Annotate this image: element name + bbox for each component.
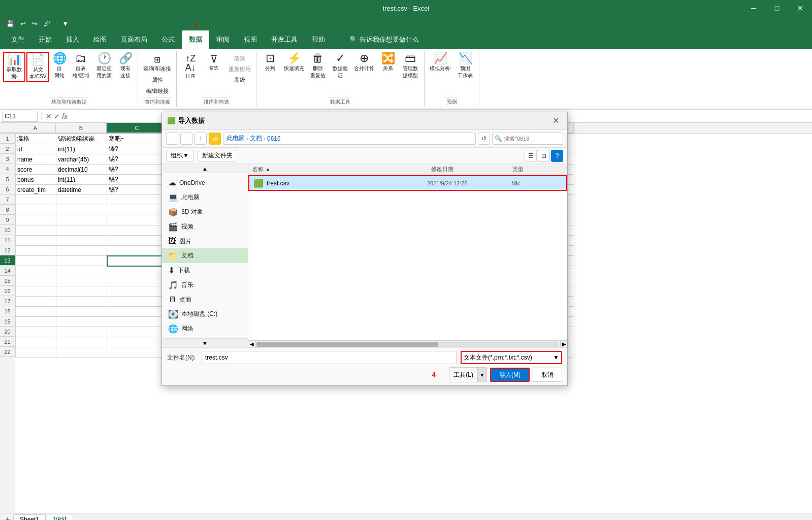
filename-input[interactable] (202, 351, 457, 364)
undo-qat-button[interactable]: ↩ (18, 19, 28, 28)
cell-B1[interactable]: 锡铑版崤续诶 (56, 134, 107, 144)
sidebar-item-music[interactable]: 🎵 音乐 (162, 278, 248, 292)
row-header-22[interactable]: 22 (0, 347, 15, 357)
col-header-A[interactable]: A (15, 123, 56, 133)
qat-dropdown-button[interactable]: ▼ (60, 19, 71, 28)
view-list-button[interactable]: ☰ (525, 150, 537, 162)
properties-button[interactable]: 属性 (141, 75, 173, 85)
data-validation-button[interactable]: ✓ 数据验证 (330, 52, 351, 80)
relationships-button[interactable]: 🔀 关系 (377, 52, 399, 73)
path-part-docs[interactable]: 文档 (250, 134, 262, 143)
sheet-tab-sheet1[interactable]: Sheet1 (13, 514, 46, 520)
cell-B6[interactable]: datetime (56, 185, 107, 195)
nav-up-button[interactable]: ↑ (194, 133, 207, 145)
cell-A2[interactable]: id (16, 144, 56, 154)
insert-function-button[interactable]: fx (62, 112, 68, 120)
cell-A5[interactable]: bonus (16, 175, 56, 185)
forecast-sheet-button[interactable]: 📉 预测工作表 (454, 52, 476, 80)
cell-C13[interactable] (107, 256, 168, 266)
row-header-6[interactable]: 6 (0, 184, 15, 194)
cell-A4[interactable]: score (16, 165, 56, 175)
sort-az-button[interactable]: ↑ZA↓ 排序 (180, 53, 201, 81)
add-sheet-button[interactable]: + (2, 514, 13, 521)
recent-sources-button[interactable]: 🕐 最近使用的源 (93, 52, 115, 80)
filetype-dropdown[interactable]: 文本文件(*.prn;*.txt;*.csv) ▼ (461, 351, 562, 364)
row-header-14[interactable]: 14 (0, 266, 15, 276)
row-header-21[interactable]: 21 (0, 337, 15, 347)
tools-button-group[interactable]: 工具(L) ▼ (449, 367, 487, 382)
cell-A11[interactable] (16, 236, 56, 246)
advanced-button[interactable]: 高级 (226, 75, 253, 85)
sidebar-item-3d[interactable]: 📦 3D 对象 (162, 205, 248, 219)
text-to-columns-button[interactable]: ⊡ 分列 (259, 52, 281, 73)
flash-fill-button[interactable]: ⚡ 快速填充 (282, 52, 306, 73)
cancel-button[interactable]: 取消 (533, 368, 562, 382)
organize-button[interactable]: 组织▼ (166, 150, 193, 161)
clear-button[interactable]: 清除 (226, 54, 253, 63)
tab-draw[interactable]: 绘图 (86, 30, 114, 49)
tab-data[interactable]: 数据 1 (182, 30, 209, 49)
cell-C3[interactable]: 锡? (107, 154, 168, 165)
sidebar-item-downloads[interactable]: ⬇ 下载 (162, 263, 248, 278)
row-header-11[interactable]: 11 (0, 235, 15, 245)
cell-C5[interactable]: 锡? (107, 175, 168, 185)
col-header-C[interactable]: C (107, 123, 168, 133)
maximize-button[interactable]: □ (765, 0, 789, 16)
row-header-18[interactable]: 18 (0, 306, 15, 316)
sidebar-scroll-down[interactable]: ▼ (162, 338, 248, 347)
sheet-tab-trest[interactable]: trest (47, 514, 73, 520)
sidebar-scroll-up[interactable]: ▲ (162, 164, 248, 173)
tab-formulas[interactable]: 公式 (154, 30, 182, 49)
row-header-8[interactable]: 8 (0, 205, 15, 215)
manage-data-model-button[interactable]: 🗃 管理数据模型 (400, 52, 421, 80)
cell-B3[interactable]: varchar(45) (56, 154, 107, 165)
col-header-date[interactable]: 修改日期 (431, 166, 512, 173)
save-qat-button[interactable]: 💾 (4, 19, 16, 28)
cell-A8[interactable] (16, 205, 56, 215)
existing-connections-button[interactable]: 🔗 现有连接 (116, 52, 135, 80)
col-header-type[interactable]: 类型 (512, 166, 563, 173)
close-button[interactable]: ✕ (789, 0, 812, 16)
cell-A9[interactable] (16, 215, 56, 225)
what-if-button[interactable]: 📈 模拟分析· (428, 52, 453, 73)
path-part-0616[interactable]: 0616 (267, 135, 281, 142)
draw-qat-button[interactable]: 🖊 (42, 19, 52, 28)
dialog-hscrollbar[interactable]: ◀ ▶ (248, 340, 567, 347)
row-header-2[interactable]: 2 (0, 144, 15, 154)
view-details-button[interactable]: ⊡ (538, 150, 550, 162)
row-header-20[interactable]: 20 (0, 327, 15, 337)
cell-A13[interactable] (16, 256, 56, 266)
consolidate-button[interactable]: ⊕ 合并计算 (352, 52, 376, 73)
redo-qat-button[interactable]: ↪ (30, 19, 40, 28)
nav-forward-button[interactable]: → (180, 133, 192, 145)
tools-arrow-button[interactable]: ▼ (477, 368, 486, 382)
row-header-15[interactable]: 15 (0, 276, 15, 286)
hscroll-right[interactable]: ▶ (560, 341, 567, 348)
get-data-button[interactable]: 📊 获取数据· (3, 52, 25, 82)
row-header-5[interactable]: 5 (0, 174, 15, 184)
new-folder-button[interactable]: 新建文件夹 (198, 150, 237, 161)
cell-name-box[interactable] (2, 111, 38, 122)
row-header-16[interactable]: 16 (0, 286, 15, 296)
row-header-19[interactable]: 19 (0, 316, 15, 327)
remove-duplicates-button[interactable]: 🗑 删除重复值 (307, 52, 329, 80)
sidebar-item-pictures[interactable]: 🖼 图片 (162, 234, 248, 248)
cell-A1[interactable]: 瀛格 (16, 134, 56, 144)
tab-developer[interactable]: 开发工具 (264, 30, 305, 49)
row-header-1[interactable]: 1 (0, 134, 15, 144)
search-input[interactable] (504, 136, 560, 142)
tab-home[interactable]: 开始 (31, 30, 59, 49)
cell-B2[interactable]: int(11) (56, 144, 107, 154)
row-header-17[interactable]: 17 (0, 296, 15, 306)
minimize-button[interactable]: ─ (742, 0, 765, 16)
from-table-button[interactable]: 🗂 自表格/区域 (70, 52, 92, 80)
cell-B4[interactable]: decimal(10 (56, 165, 107, 175)
cell-A12[interactable] (16, 246, 56, 256)
cell-A6[interactable]: create_tim (16, 185, 56, 195)
row-header-12[interactable]: 12 (0, 245, 15, 255)
tab-help[interactable]: 帮助 (305, 30, 332, 49)
tab-view[interactable]: 视图 (237, 30, 264, 49)
row-header-10[interactable]: 10 (0, 225, 15, 235)
sidebar-item-computer[interactable]: 💻 此电脑 (162, 190, 248, 205)
cell-B13[interactable] (56, 256, 107, 266)
